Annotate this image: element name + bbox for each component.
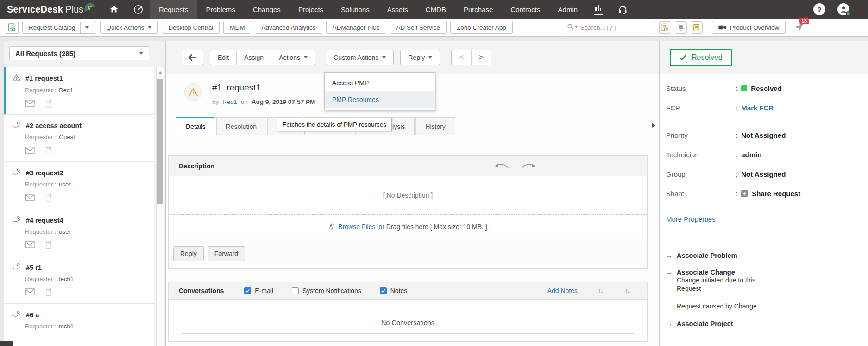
filter-email[interactable]: E-mail xyxy=(244,287,273,295)
tab-overflow-arrow-icon[interactable] xyxy=(652,123,655,128)
previous-request-button[interactable]: < xyxy=(452,50,471,65)
request-list-item-4[interactable]: #4 request4 Requester :user xyxy=(4,209,154,256)
servicedesk-logo[interactable]: ServiceDesk Plus xyxy=(0,0,102,19)
reports-chart-icon[interactable] xyxy=(586,0,610,19)
nav-item-changes[interactable]: Changes xyxy=(244,0,289,19)
filter-notes[interactable]: Notes xyxy=(380,287,408,295)
nav-item-requests[interactable]: Requests xyxy=(150,0,197,19)
forward-button[interactable]: Forward xyxy=(208,246,245,261)
mark-fcr-link[interactable]: Mark FCR xyxy=(741,104,774,112)
forward-arrow-icon[interactable] xyxy=(521,162,536,171)
headset-support-icon[interactable] xyxy=(610,0,635,19)
request-title: #3 request2 xyxy=(26,169,63,177)
envelope-icon[interactable] xyxy=(25,288,35,297)
collapse-expand-icon[interactable]: ↑↓ xyxy=(598,287,603,295)
resolved-status-button[interactable]: Resolved xyxy=(670,49,732,66)
system-notifications-checkbox[interactable] xyxy=(292,287,299,294)
notifications-bell-icon[interactable] xyxy=(675,21,687,34)
notes-checkbox[interactable] xyxy=(380,287,387,294)
edit-button[interactable]: Edit xyxy=(210,50,236,65)
advanced-analytics-button[interactable]: Advanced Analytics xyxy=(255,21,322,34)
requester-name: tech1 xyxy=(59,323,74,330)
requester-link[interactable]: Req1 xyxy=(222,98,237,105)
envelope-icon[interactable] xyxy=(25,241,35,250)
associate-change-link[interactable]: → Associate Change xyxy=(666,269,868,276)
desktop-central-button[interactable]: Desktop Central xyxy=(162,21,220,34)
reply-dropdown-button[interactable]: Reply xyxy=(400,50,440,65)
nav-item-cmdb[interactable]: CMDB xyxy=(417,0,455,19)
reply-arrow-icon[interactable] xyxy=(494,162,509,171)
copy-request-icon[interactable] xyxy=(45,99,52,109)
envelope-icon[interactable] xyxy=(25,100,35,108)
copy-request-icon[interactable] xyxy=(45,240,52,250)
scroll-up-arrow-icon[interactable] xyxy=(158,71,162,74)
right-panel-toolbar: Resolved xyxy=(660,41,868,74)
nav-item-admin[interactable]: Admin xyxy=(549,0,587,19)
browse-files-link[interactable]: Browse Files xyxy=(338,223,375,231)
envelope-icon[interactable] xyxy=(25,194,35,202)
nav-item-purchase[interactable]: Purchase xyxy=(455,0,502,19)
nav-item-problems[interactable]: Problems xyxy=(197,0,244,19)
ad-self-service-button[interactable]: AD Self Service xyxy=(390,21,447,34)
email-checkbox[interactable] xyxy=(244,287,251,294)
global-search[interactable] xyxy=(563,21,655,34)
chat-widget[interactable] xyxy=(0,341,13,346)
associate-problem-link[interactable]: → Associate Problem xyxy=(666,252,868,259)
home-icon[interactable] xyxy=(102,0,126,19)
request-filter-dropdown[interactable]: All Requests (285) xyxy=(9,46,149,60)
mdm-button[interactable]: MDM xyxy=(223,21,251,34)
tasks-clipboard-icon[interactable] xyxy=(691,21,703,34)
request-list-item-2[interactable]: #2 access acount Requester :Guest xyxy=(4,115,154,162)
search-scope-caret-icon[interactable] xyxy=(575,26,578,28)
nav-item-solutions[interactable]: Solutions xyxy=(332,0,378,19)
request-catalog-caret[interactable] xyxy=(80,22,90,33)
share-plus-icon[interactable] xyxy=(741,190,748,197)
copy-request-icon[interactable] xyxy=(45,146,52,156)
request-list-item-5[interactable]: #5 r1 Requester :tech1 xyxy=(4,256,154,304)
nav-item-assets[interactable]: Assets xyxy=(378,0,417,19)
requester-name: Req1 xyxy=(59,87,73,94)
change-initiated-link[interactable]: Change initiated due to this Request xyxy=(677,276,769,293)
whats-new-icon[interactable]: 18 xyxy=(794,23,804,32)
add-notes-link[interactable]: Add Notes xyxy=(547,287,578,295)
request-list-item-6[interactable]: #6 a Requester :tech1 xyxy=(4,304,154,346)
copy-request-icon[interactable] xyxy=(45,288,52,298)
zoho-creator-app-button[interactable]: Zoho Creator App xyxy=(450,21,513,34)
request-catalog-button[interactable]: Request Catalog xyxy=(22,21,96,34)
new-request-icon[interactable] xyxy=(5,21,19,34)
next-request-button[interactable]: > xyxy=(471,50,491,65)
envelope-icon[interactable] xyxy=(25,147,35,155)
reply-button[interactable]: Reply xyxy=(173,246,204,261)
tab-history[interactable]: History xyxy=(415,117,455,135)
user-profile-icon[interactable] xyxy=(837,3,849,15)
back-button[interactable] xyxy=(182,50,203,65)
menu-item-access-pmp[interactable]: Access PMP xyxy=(325,75,435,91)
copy-request-icon[interactable] xyxy=(45,193,52,203)
quick-actions-button[interactable]: Quick Actions xyxy=(100,21,158,34)
menu-item-pmp-resources[interactable]: PMP Resources xyxy=(325,91,435,108)
nav-item-contracts[interactable]: Contracts xyxy=(502,0,549,19)
more-properties-link[interactable]: More Properties xyxy=(666,215,868,223)
service-request-icon xyxy=(12,168,21,177)
request-caused-by-change-link[interactable]: Request caused by Change xyxy=(677,302,769,310)
product-overview-button[interactable]: Product Overview xyxy=(712,21,786,34)
associate-project-link[interactable]: → Associate Project xyxy=(666,320,868,327)
actions-dropdown-button[interactable]: Actions xyxy=(271,50,315,65)
request-list-item-3[interactable]: #3 request2 Requester :user xyxy=(4,162,154,209)
share-request-link[interactable]: Share Request xyxy=(752,190,800,198)
request-list-item-1[interactable]: #1 request1 Requester :Req1 xyxy=(4,67,154,115)
filter-system-notifications[interactable]: System Notifications xyxy=(292,287,361,295)
help-icon[interactable] xyxy=(813,3,825,15)
scheduled-report-icon[interactable] xyxy=(659,21,671,34)
assign-button[interactable]: Assign xyxy=(236,50,271,65)
scrollbar-thumb[interactable] xyxy=(157,79,163,204)
search-input[interactable] xyxy=(580,24,636,31)
dashboard-gauge-icon[interactable] xyxy=(126,0,150,19)
tab-details[interactable]: Details xyxy=(176,117,215,135)
custom-actions-dropdown-button[interactable]: Custom Actions xyxy=(326,50,394,65)
admanager-plus-button[interactable]: ADManager Plus xyxy=(326,21,386,34)
tab-resolution[interactable]: Resolution xyxy=(216,117,266,135)
nav-item-projects[interactable]: Projects xyxy=(289,0,332,19)
sidebar-scrollbar[interactable] xyxy=(156,67,164,346)
sort-order-icon[interactable]: ↑↓ xyxy=(625,287,629,295)
